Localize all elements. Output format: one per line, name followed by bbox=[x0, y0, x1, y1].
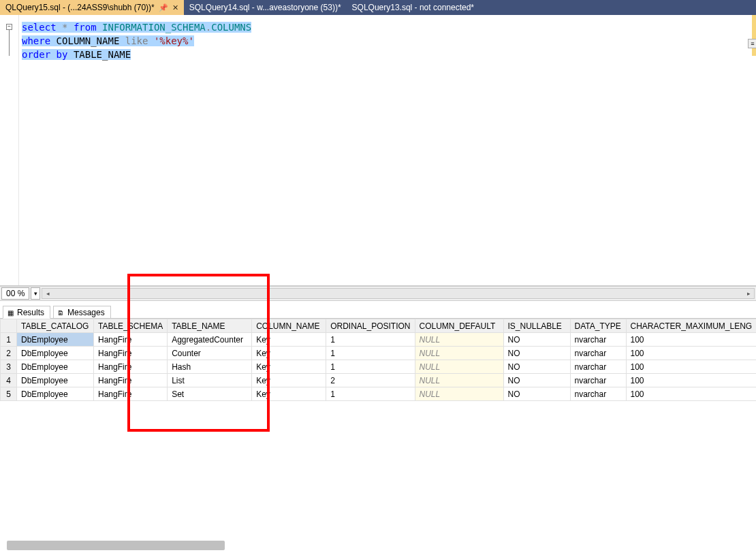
cell[interactable]: List bbox=[168, 374, 252, 387]
tab-query14[interactable]: SQLQuery14.sql - w...aveastoryone (53))* bbox=[184, 0, 347, 15]
table-row[interactable]: 3DbEmployeeHangFireHashKey1NULLNOnvarcha… bbox=[1, 360, 757, 374]
bottom-horizontal-scrollbar[interactable] bbox=[7, 541, 225, 550]
cell[interactable]: HangFire bbox=[94, 333, 168, 347]
cell[interactable]: DbEmployee bbox=[17, 360, 94, 374]
cell[interactable]: NULL bbox=[415, 360, 503, 374]
code-area[interactable]: select * from INFORMATION_SCHEMA.COLUMNS… bbox=[19, 15, 254, 285]
cell[interactable]: Key bbox=[252, 347, 326, 360]
pin-icon[interactable]: 📌 bbox=[159, 3, 168, 12]
cell[interactable]: NO bbox=[503, 347, 570, 360]
cell[interactable]: NO bbox=[503, 333, 570, 347]
cell[interactable]: 100 bbox=[626, 387, 756, 401]
grid-icon: ▦ bbox=[6, 308, 14, 317]
change-indicator bbox=[752, 15, 756, 56]
cell[interactable]: 100 bbox=[626, 360, 756, 374]
horizontal-scrollbar[interactable]: ◂ ▸ bbox=[42, 288, 755, 299]
cell[interactable]: nvarchar bbox=[570, 360, 626, 374]
cell[interactable]: Key bbox=[252, 387, 326, 401]
cell[interactable]: nvarchar bbox=[570, 347, 626, 360]
cell[interactable]: NULL bbox=[415, 347, 503, 360]
grid-header-row: TABLE_CATALOG TABLE_SCHEMA TABLE_NAME CO… bbox=[1, 319, 757, 333]
cell[interactable]: Hash bbox=[168, 360, 252, 374]
cell[interactable]: Counter bbox=[168, 347, 252, 360]
editor-footer: 00 % ▾ ◂ ▸ bbox=[0, 286, 756, 301]
cell[interactable]: 2 bbox=[326, 374, 415, 387]
cell[interactable]: nvarchar bbox=[570, 333, 626, 347]
cell[interactable]: NULL bbox=[415, 333, 503, 347]
row-header[interactable]: 2 bbox=[1, 347, 17, 360]
results-grid[interactable]: TABLE_CATALOG TABLE_SCHEMA TABLE_NAME CO… bbox=[0, 319, 756, 401]
cell[interactable]: DbEmployee bbox=[17, 374, 94, 387]
cell[interactable]: 1 bbox=[326, 360, 415, 374]
cell[interactable]: HangFire bbox=[94, 374, 168, 387]
cell[interactable]: nvarchar bbox=[570, 387, 626, 401]
results-grid-wrap: TABLE_CATALOG TABLE_SCHEMA TABLE_NAME CO… bbox=[0, 319, 756, 537]
scroll-left-icon[interactable]: ◂ bbox=[42, 289, 53, 298]
document-tabs: QLQuery15.sql - (...24ASS9\shubh (70))* … bbox=[0, 0, 756, 15]
row-header[interactable]: 3 bbox=[1, 360, 17, 374]
editor-gutter: − bbox=[0, 15, 19, 285]
cell[interactable]: nvarchar bbox=[570, 374, 626, 387]
col-column-name[interactable]: COLUMN_NAME bbox=[252, 319, 326, 333]
tab-query15[interactable]: QLQuery15.sql - (...24ASS9\shubh (70))* … bbox=[0, 0, 184, 15]
tab-label: QLQuery15.sql - (...24ASS9\shubh (70))* bbox=[5, 3, 155, 12]
cell[interactable]: Set bbox=[168, 387, 252, 401]
cell[interactable]: NULL bbox=[415, 387, 503, 401]
cell[interactable]: AggregatedCounter bbox=[168, 333, 252, 347]
zoom-value[interactable]: 00 % bbox=[1, 287, 29, 300]
table-row[interactable]: 5DbEmployeeHangFireSetKey1NULLNOnvarchar… bbox=[1, 387, 757, 401]
tab-label: SQLQuery13.sql - not connected* bbox=[352, 3, 474, 12]
tab-query13[interactable]: SQLQuery13.sql - not connected* bbox=[347, 0, 479, 15]
cell[interactable]: 100 bbox=[626, 333, 756, 347]
col-column-default[interactable]: COLUMN_DEFAULT bbox=[415, 319, 503, 333]
fold-toggle-icon[interactable]: − bbox=[6, 24, 12, 30]
cell[interactable]: NO bbox=[503, 387, 570, 401]
cell[interactable]: Key bbox=[252, 333, 326, 347]
result-tabs: ▦ Results 🗎 Messages bbox=[0, 301, 756, 319]
col-table-catalog[interactable]: TABLE_CATALOG bbox=[17, 319, 94, 333]
cell[interactable]: HangFire bbox=[94, 387, 168, 401]
close-icon[interactable]: ✕ bbox=[172, 3, 178, 12]
zoom-dropdown-icon[interactable]: ▾ bbox=[31, 287, 40, 300]
sql-editor[interactable]: − select * from INFORMATION_SCHEMA.COLUM… bbox=[0, 15, 756, 286]
row-header[interactable]: 5 bbox=[1, 387, 17, 401]
cell[interactable]: 100 bbox=[626, 374, 756, 387]
col-table-schema[interactable]: TABLE_SCHEMA bbox=[94, 319, 168, 333]
row-header[interactable]: 4 bbox=[1, 374, 17, 387]
row-header[interactable]: 1 bbox=[1, 333, 17, 347]
col-data-type[interactable]: DATA_TYPE bbox=[570, 319, 626, 333]
col-char-max-length[interactable]: CHARACTER_MAXIMUM_LENG bbox=[626, 319, 756, 333]
table-row[interactable]: 1DbEmployeeHangFireAggregatedCounterKey1… bbox=[1, 333, 757, 347]
col-is-nullable[interactable]: IS_NULLABLE bbox=[503, 319, 570, 333]
cell[interactable]: Key bbox=[252, 360, 326, 374]
messages-icon: 🗎 bbox=[57, 308, 65, 317]
tab-results[interactable]: ▦ Results bbox=[3, 306, 50, 319]
table-row[interactable]: 2DbEmployeeHangFireCounterKey1NULLNOnvar… bbox=[1, 347, 757, 360]
split-icon[interactable]: ≡ bbox=[748, 39, 756, 48]
cell[interactable]: HangFire bbox=[94, 360, 168, 374]
cell[interactable]: HangFire bbox=[94, 347, 168, 360]
tab-label: SQLQuery14.sql - w...aveastoryone (53))* bbox=[189, 3, 341, 12]
col-ordinal-position[interactable]: ORDINAL_POSITION bbox=[326, 319, 415, 333]
cell[interactable]: 1 bbox=[326, 387, 415, 401]
cell[interactable]: NULL bbox=[415, 374, 503, 387]
table-row[interactable]: 4DbEmployeeHangFireListKey2NULLNOnvarcha… bbox=[1, 374, 757, 387]
cell[interactable]: NO bbox=[503, 360, 570, 374]
scroll-right-icon[interactable]: ▸ bbox=[743, 289, 754, 298]
cell[interactable]: 1 bbox=[326, 333, 415, 347]
cell[interactable]: DbEmployee bbox=[17, 387, 94, 401]
tab-messages[interactable]: 🗎 Messages bbox=[53, 306, 111, 318]
cell[interactable]: DbEmployee bbox=[17, 333, 94, 347]
cell[interactable]: 1 bbox=[326, 347, 415, 360]
cell[interactable]: DbEmployee bbox=[17, 347, 94, 360]
corner-cell[interactable] bbox=[1, 319, 17, 333]
cell[interactable]: Key bbox=[252, 374, 326, 387]
cell[interactable]: 100 bbox=[626, 347, 756, 360]
col-table-name[interactable]: TABLE_NAME bbox=[168, 319, 252, 333]
cell[interactable]: NO bbox=[503, 374, 570, 387]
